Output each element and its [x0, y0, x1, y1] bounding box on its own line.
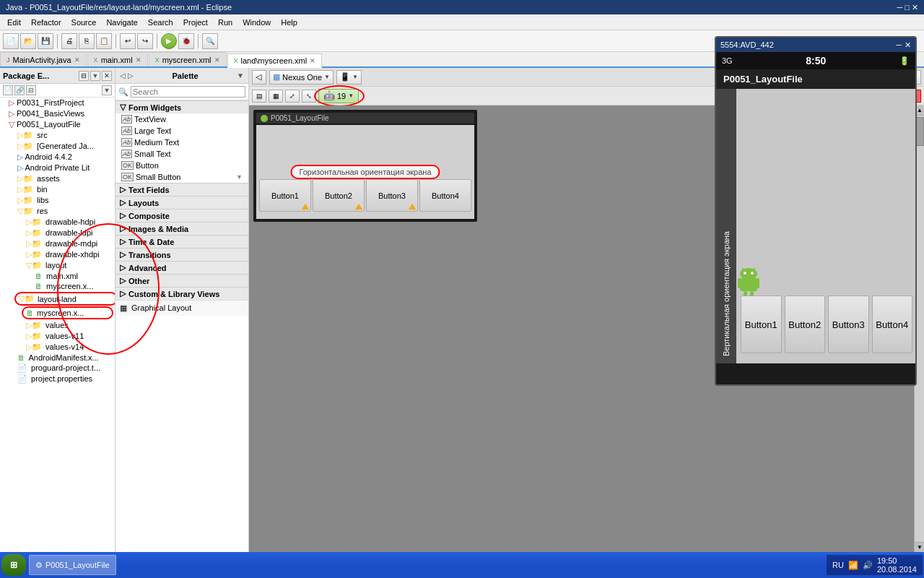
copy-btn[interactable]: ⎘ — [79, 33, 95, 49]
link-btn[interactable]: 🔗 — [14, 85, 25, 95]
palette-section-composite[interactable]: ▷ Composite — [116, 209, 248, 222]
palette-section-text-fields[interactable]: ▷ Text Fields — [116, 183, 248, 196]
palette-item-textview[interactable]: Ab TextView — [116, 113, 248, 125]
palette-section-other[interactable]: ▷ Other — [116, 274, 248, 287]
menu-project[interactable]: Project — [179, 17, 212, 28]
tree-item-drawable-mdpi[interactable]: ▷📁 drawable-mdpi — [0, 238, 115, 249]
taskbar-item-eclipse[interactable]: ⚙ P0051_LayoutFile — [29, 555, 116, 575]
palette-item-large-text[interactable]: Ab Large Text — [116, 125, 248, 137]
avd-minimize-btn[interactable]: ─ — [896, 40, 902, 49]
tree-item-libs[interactable]: ▷📁 libs — [0, 195, 115, 206]
tree-item-land-myscreen-xml[interactable]: 🗎 myscreen.x... — [22, 306, 113, 319]
palette-section-layouts[interactable]: ▷ Layouts — [116, 196, 248, 209]
palette-section-time-date[interactable]: ▷ Time & Date — [116, 235, 248, 248]
menu-edit[interactable]: Edit — [3, 17, 25, 28]
device-dropdown[interactable]: ▦ Nexus One ▼ — [269, 70, 334, 85]
palette-menu-btn[interactable]: ▼ — [237, 72, 244, 79]
search-btn[interactable]: 🔍 — [202, 33, 218, 49]
tab-close-main-activity[interactable]: ✕ — [74, 56, 80, 64]
tree-item-src[interactable]: ▷📁 src — [0, 130, 115, 141]
tree-item-android-manifest[interactable]: 🗎 AndroidManifest.x... — [0, 353, 115, 363]
panel-menu-btn[interactable]: ▼ — [90, 71, 100, 81]
menu-refactor[interactable]: Refactor — [27, 17, 66, 28]
tab-main-xml[interactable]: X main.xml ✕ — [87, 52, 148, 66]
redo-btn[interactable]: ↪ — [137, 33, 153, 49]
palette-item-button[interactable]: OK Button — [116, 160, 248, 171]
new-btn[interactable]: 📄 — [3, 33, 19, 49]
avd-close-btn[interactable]: ✕ — [905, 40, 911, 50]
tree-item-proguard[interactable]: 📄 proguard-project.t... — [0, 363, 115, 374]
tree-item-values[interactable]: ▷📁 values — [0, 320, 115, 331]
layout-view-btn-2[interactable]: ▦ — [269, 90, 283, 103]
layout-view-btn-4[interactable]: ⤡ — [302, 90, 316, 103]
paste-btn[interactable]: 📋 — [96, 33, 112, 49]
tab-close-land-myscreen-xml[interactable]: ✕ — [310, 57, 315, 64]
palette-arrow-right[interactable]: ▷ — [128, 72, 134, 79]
tree-item-private-lib[interactable]: ▷ Android Private Lit — [0, 163, 115, 173]
screen-config-btn[interactable]: 📱 ▼ — [336, 70, 362, 85]
window-controls[interactable]: ─ □ ✕ — [897, 3, 918, 12]
menu-source[interactable]: Source — [67, 17, 101, 28]
start-button[interactable]: ⊞ — [1, 554, 26, 576]
graphical-layout-label: Graphical Layout — [131, 303, 191, 312]
tree-item-project-props[interactable]: 📄 project.properties — [0, 374, 115, 384]
tree-item-android442[interactable]: ▷ Android 4.4.2 — [0, 152, 115, 163]
view-menu-btn[interactable]: ▼ — [102, 85, 112, 95]
tab-close-main-xml[interactable]: ✕ — [136, 56, 141, 64]
tree-item-p0031[interactable]: ▷ P0031_FirstProject — [0, 98, 115, 108]
tree-item-assets[interactable]: ▷📁 assets — [0, 173, 115, 184]
palette-section-form-widgets[interactable]: ▽ Form Widgets — [116, 100, 248, 113]
tree-item-drawable-ldpi[interactable]: ▷📁 drawable-ldpi — [0, 228, 115, 238]
tree-item-drawable-xhdpi[interactable]: ▷📁 drawable-xhdpi — [0, 249, 115, 260]
open-btn[interactable]: 📂 — [20, 33, 36, 49]
tree-item-myscreen-xml[interactable]: 🗎 myscreen.x... — [0, 281, 115, 291]
graphical-layout-item[interactable]: ▦ Graphical Layout — [116, 300, 248, 316]
tree-item-layout[interactable]: ▽📁 layout — [0, 260, 115, 271]
menu-help[interactable]: Help — [276, 17, 302, 28]
tab-myscreen-xml[interactable]: X myscreen.xml ✕ — [149, 52, 227, 66]
menu-navigate[interactable]: Navigate — [102, 17, 141, 28]
tree-item-p0051[interactable]: ▽ P0051_LayoutFile — [0, 119, 115, 130]
menu-window[interactable]: Window — [238, 17, 275, 28]
print-btn[interactable]: 🖨 — [61, 33, 77, 49]
tree-item-p0041[interactable]: ▷ P0041_BasicViews — [0, 108, 115, 119]
debug-btn[interactable]: 🐞 — [178, 33, 194, 49]
tree-item-layout-land[interactable]: ▽📁 layout-land — [14, 292, 115, 306]
vscroll-down-btn[interactable]: ▼ — [915, 542, 924, 552]
tree-item-main-xml[interactable]: 🗎 main.xml — [0, 271, 115, 281]
palette-section-custom-library[interactable]: ▷ Custom & Library Views — [116, 287, 248, 300]
palette-item-small-button[interactable]: OK Small Button ▼ — [116, 171, 248, 183]
palette-section-transitions[interactable]: ▷ Transitions — [116, 248, 248, 261]
tab-main-activity[interactable]: J MainActivity.java ✕ — [0, 52, 87, 66]
menu-run[interactable]: Run — [214, 17, 237, 28]
palette-nav-arrows: ◁ ▷ — [120, 72, 134, 79]
tree-item-generated[interactable]: ▷📁 [Generated Ja... — [0, 141, 115, 152]
collapse-btn[interactable]: ⊟ — [79, 71, 89, 81]
undo-btn[interactable]: ↩ — [120, 33, 136, 49]
layout-view-btn-3[interactable]: ⤢ — [285, 90, 300, 103]
tab-close-myscreen-xml[interactable]: ✕ — [214, 56, 220, 64]
api-level-dropdown[interactable]: 🤖 19 ▼ — [318, 89, 359, 103]
back-btn[interactable]: ◁ — [252, 70, 266, 85]
new-file-btn[interactable]: 📄 — [3, 85, 13, 95]
palette-section-advanced[interactable]: ▷ Advanced — [116, 261, 248, 274]
layout-view-btn-1[interactable]: ▤ — [252, 90, 266, 103]
section-label-form-widgets: Form Widgets — [128, 103, 181, 112]
palette-menu-icon[interactable]: ▼ — [237, 72, 244, 79]
palette-item-small-text[interactable]: Ab Small Text — [116, 148, 248, 160]
tree-item-values-v14[interactable]: ▷📁 values-v14 — [0, 342, 115, 353]
tree-item-bin[interactable]: ▷📁 bin — [0, 184, 115, 195]
palette-search-input[interactable] — [131, 86, 245, 98]
tree-item-values-v11[interactable]: ▷📁 values-v11 — [0, 331, 115, 342]
panel-close-btn[interactable]: ✕ — [102, 71, 112, 81]
collapse-all-btn[interactable]: ⊟ — [26, 85, 36, 95]
palette-section-images-media[interactable]: ▷ Images & Media — [116, 222, 248, 235]
menu-search[interactable]: Search — [144, 17, 178, 28]
palette-item-medium-text[interactable]: Ab Medium Text — [116, 137, 248, 148]
tree-item-res[interactable]: ▽📁 res — [0, 206, 115, 217]
tree-item-drawable-hdpi[interactable]: ▷📁 drawable-hdpi — [0, 217, 115, 228]
tab-land-myscreen-xml[interactable]: X land\myscreen.xml ✕ — [227, 53, 323, 68]
run-button[interactable]: ▶ — [161, 33, 177, 49]
palette-arrow-left[interactable]: ◁ — [120, 72, 126, 79]
save-btn[interactable]: 💾 — [38, 33, 53, 49]
